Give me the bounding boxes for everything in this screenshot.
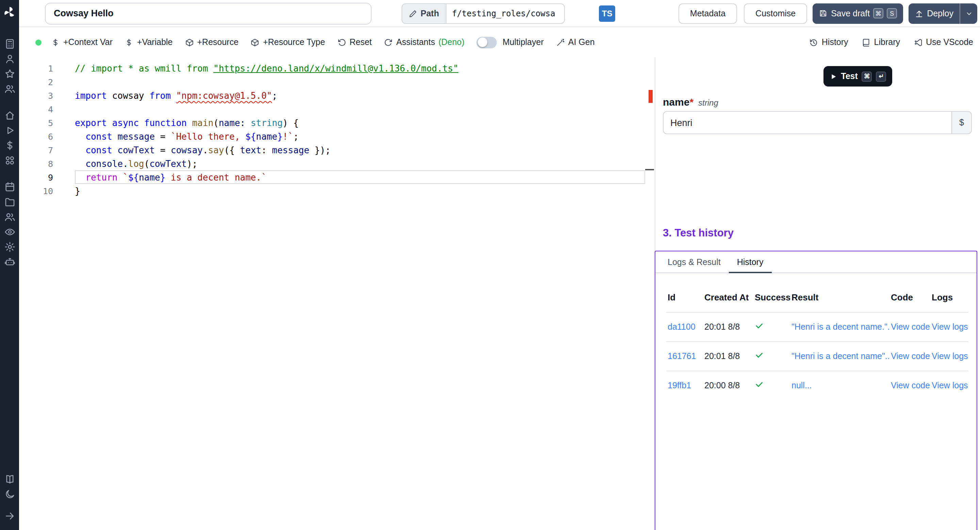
folder-icon[interactable] [4,196,15,208]
toolbar-item-suffix: (Deno) [438,37,464,47]
code-line[interactable]: 7 const cowText = cowsay.say({ text: mes… [19,143,655,157]
name-argument-input[interactable] [663,111,951,134]
code-text: return `${name} is a decent name.` [75,172,267,182]
result-link[interactable]: "Henri is a decent name"... [791,351,889,361]
toolbar-item-label: Assistants [396,37,435,47]
history-icon [810,38,818,47]
history-tabs: Logs & Result History [655,251,977,273]
toolbar-item--context-var[interactable]: +Context Var [51,37,113,47]
line-number: 4 [19,104,53,114]
code-line[interactable]: 4 [19,102,655,116]
topbar: Path TS Metadata Customise Save draft ⌘ … [19,0,980,27]
view-code-link[interactable]: View code [891,381,930,390]
line-number: 8 [19,158,53,169]
view-code-link[interactable]: View code [891,322,930,332]
code-line[interactable]: 9 return `${name} is a decent name.` [19,170,655,184]
rotate-icon [337,38,346,47]
moon-icon[interactable] [4,488,15,500]
apps-icon[interactable] [4,155,15,166]
code-text: console.log(cowText); [75,158,197,169]
deploy-label: Deploy [927,8,953,18]
kbd-s: S [887,8,897,18]
customise-button[interactable]: Customise [744,3,807,24]
gear-icon[interactable] [4,241,15,253]
result-link[interactable]: "Henri is a decent name."... [791,322,889,332]
calendar-icon[interactable] [4,181,15,193]
id-cell: da1100 [666,312,703,342]
logs-cell: View logs [930,312,969,342]
users-icon[interactable] [4,83,15,95]
tab-logs-result[interactable]: Logs & Result [659,251,729,273]
toolbar-item-label: +Resource [197,37,239,47]
star-icon[interactable] [4,68,15,80]
view-logs-link[interactable]: View logs [932,322,968,332]
user-icon[interactable] [4,53,15,65]
code-line[interactable]: 3import cowsay from "npm:cowsay@1.5.0"; [19,89,655,102]
run-id-link[interactable]: da1100 [668,322,695,332]
bot-icon[interactable] [4,256,15,268]
overview-ruler-cursor-marker [645,169,654,170]
toolbar-item--resource[interactable]: +Resource [185,37,239,47]
toolbar-right: HistoryLibraryUse VScode [810,37,973,47]
code-line[interactable]: 6 const message = `Hello there, ${name}!… [19,129,655,143]
metadata-button[interactable]: Metadata [679,3,737,24]
eye-icon[interactable] [4,226,15,238]
deploy-dropdown-button[interactable] [959,3,977,24]
ai-gen-button[interactable]: AI Gen [556,37,595,47]
result-cell: null... [790,371,889,400]
path-input[interactable] [446,3,565,24]
editor-toolbar: +Context Var+Variable+Resource+Resource … [19,27,980,57]
table-row: 16176120:01 8/8"Henri is a decent name".… [666,342,969,371]
toolbar-item-label: +Context Var [63,37,113,47]
home-icon[interactable] [4,110,15,121]
column-header: Result [790,289,889,312]
save-icon [819,9,827,18]
run-id-link[interactable]: 19ffb1 [668,381,691,390]
script-name-input[interactable] [45,2,372,24]
group-icon[interactable] [4,211,15,223]
view-code-link[interactable]: View code [891,351,930,361]
code-line[interactable]: 8 console.log(cowText); [19,157,655,170]
windmill-logo-icon[interactable] [3,5,16,19]
toolbar-item-library[interactable]: Library [862,37,900,47]
overview-ruler-error-marker [649,90,653,103]
toolbar-item-history[interactable]: History [810,37,848,47]
toolbar-item-label: Reset [350,37,372,47]
test-button[interactable]: Test ⌘ ↵ [823,66,892,86]
save-draft-button[interactable]: Save draft ⌘ S [813,3,903,24]
code-line[interactable]: 2 [19,75,655,89]
package-icon [251,38,259,47]
arrow-right-icon[interactable] [4,510,15,522]
view-logs-link[interactable]: View logs [932,381,968,390]
run-id-link[interactable]: 161761 [668,351,696,361]
view-logs-link[interactable]: View logs [932,351,968,361]
id-cell: 19ffb1 [666,371,703,400]
created-at-cell: 20:00 8/8 [703,371,753,400]
toolbar-item-assistants[interactable]: Assistants(Deno) [384,37,465,47]
code-line[interactable]: 10} [19,184,655,198]
toolbar-item--variable[interactable]: +Variable [125,37,172,47]
play-icon [829,73,837,80]
play-icon[interactable] [4,125,15,136]
code-line[interactable]: 1// import * as wmill from "https://deno… [19,61,655,75]
test-row: Test ⌘ ↵ [655,66,980,86]
multiplayer-toggle[interactable] [477,37,497,48]
book-open-icon[interactable] [4,473,15,485]
toolbar-item-reset[interactable]: Reset [337,37,372,47]
toolbar-item--resource-type[interactable]: +Resource Type [251,37,325,47]
path-button[interactable]: Path [401,3,446,24]
success-cell [753,371,790,400]
tab-history[interactable]: History [729,251,772,273]
argument-input-row: $ [663,111,972,134]
result-link[interactable]: null... [791,381,812,390]
toolbar-item-use-vscode[interactable]: Use VScode [914,37,973,47]
variable-picker-button[interactable]: $ [951,111,972,134]
code-line[interactable]: 5export async function main(name: string… [19,116,655,129]
code-editor[interactable]: 1// import * as wmill from "https://deno… [19,57,655,530]
library-icon [862,38,871,47]
column-header: Success [753,289,790,312]
deploy-button[interactable]: Deploy [908,3,959,24]
dollar-icon[interactable] [4,140,15,151]
column-header: Id [666,289,703,312]
calculator-icon[interactable] [4,38,15,50]
